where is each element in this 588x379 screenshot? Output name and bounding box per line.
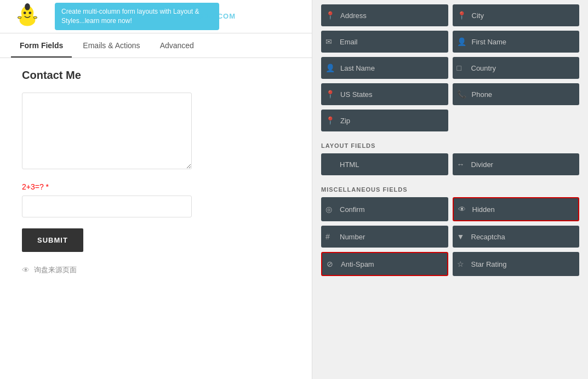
field-label: Number [340, 233, 365, 241]
tab-emails-actions[interactable]: Emails & Actions [74, 33, 149, 58]
message-textarea[interactable] [22, 93, 192, 169]
captcha-label: 2+3=? * [22, 182, 290, 191]
misc-btn-hidden[interactable]: 👁Hidden [453, 197, 580, 221]
field-icon: ☆ [457, 260, 466, 268]
layout-fields-grid: HTML↔Divider [321, 153, 579, 175]
field-icon: ▼ [457, 232, 466, 241]
field-btn-city[interactable]: 📍City [453, 4, 580, 26]
field-label: Phone [472, 90, 493, 99]
banner-tooltip: Create multi-column form layouts with La… [55, 3, 219, 30]
tabs-bar: Form Fields Emails & Actions Advanced [0, 33, 312, 58]
field-btn-zip[interactable]: 📍Zip [321, 110, 448, 131]
field-icon: 👤 [457, 37, 466, 46]
field-icon: ⊘ [327, 260, 335, 268]
field-btn-first-name[interactable]: 👤First Name [453, 31, 580, 53]
field-label: Email [340, 38, 358, 46]
field-label: First Name [472, 38, 507, 46]
field-label: US States [340, 90, 373, 99]
source-row: 👁 询盘来源页面 [22, 265, 290, 275]
header-bar: Create multi-column form layouts with La… [0, 0, 312, 33]
field-icon: 📞 [457, 90, 466, 99]
form-content: Contact Me 2+3=? * SUBMIT 👁 询盘来源页面 [0, 58, 312, 379]
svg-point-3 [28, 12, 31, 14]
field-label: Hidden [472, 205, 495, 214]
misc-btn-star-rating[interactable]: ☆Star Rating [453, 252, 580, 276]
field-icon: ✉ [326, 37, 334, 46]
svg-rect-6 [33, 16, 37, 19]
field-btn-email[interactable]: ✉Email [321, 31, 448, 53]
field-btn-address[interactable]: 📍Address [321, 4, 448, 26]
watermark-text: LOYSEO.COM [182, 12, 236, 21]
field-label: City [472, 12, 484, 20]
tab-form-fields[interactable]: Form Fields [11, 33, 72, 58]
misc-btn-recaptcha[interactable]: ▼Recaptcha [453, 226, 580, 248]
misc-btn-anti-spam[interactable]: ⊘Anti-Spam [321, 252, 448, 276]
field-label: HTML [340, 160, 359, 169]
required-marker: * [46, 182, 49, 191]
field-icon: 📍 [326, 11, 335, 20]
field-label: Confirm [340, 205, 365, 214]
field-icon: 👤 [326, 64, 335, 72]
misc-btn-number[interactable]: #Number [321, 226, 448, 248]
logo-icon [14, 3, 41, 30]
submit-button[interactable]: SUBMIT [22, 228, 83, 252]
field-icon: 📍 [457, 11, 466, 20]
right-panel: 📍Address📍City✉Email👤First Name👤Last Name… [312, 0, 588, 379]
form-title: Contact Me [22, 69, 290, 82]
misc-btn-confirm[interactable]: ◎Confirm [321, 197, 448, 221]
left-panel: Create multi-column form layouts with La… [0, 0, 312, 379]
field-btn-last-name[interactable]: 👤Last Name [321, 57, 448, 79]
field-icon: □ [457, 64, 466, 72]
field-icon: ↔ [457, 160, 466, 169]
tab-advanced[interactable]: Advanced [151, 33, 203, 58]
banner-text: Create multi-column form layouts with La… [61, 8, 199, 25]
field-label: Last Name [340, 64, 375, 72]
field-icon: ◎ [326, 205, 334, 214]
layout-btn-divider[interactable]: ↔Divider [453, 153, 580, 175]
standard-fields-section: 📍Address📍City✉Email👤First Name👤Last Name… [321, 0, 579, 276]
logo-area [5, 0, 49, 33]
svg-point-2 [24, 12, 26, 14]
eye-icon: 👁 [22, 266, 30, 274]
field-label: Recaptcha [471, 233, 505, 241]
svg-rect-5 [18, 16, 21, 19]
field-label: Country [471, 64, 496, 72]
field-label: Address [340, 12, 367, 20]
field-icon: 📍 [326, 90, 335, 99]
field-label: Anti-Spam [341, 260, 374, 268]
field-btn-us-states[interactable]: 📍US States [321, 83, 448, 105]
field-label: Star Rating [471, 260, 507, 268]
standard-fields-grid: 📍Address📍City✉Email👤First Name👤Last Name… [321, 4, 579, 131]
misc-fields-grid: ◎Confirm👁Hidden#Number▼Recaptcha⊘Anti-Sp… [321, 197, 579, 276]
field-icon: 👁 [458, 205, 467, 214]
layout-section-label: LAYOUT FIELDS [321, 136, 579, 153]
field-label: Zip [340, 117, 350, 125]
field-label: Divider [471, 160, 493, 169]
svg-point-4 [25, 3, 30, 10]
source-text: 询盘来源页面 [34, 265, 77, 275]
field-icon: # [326, 232, 334, 241]
field-btn-country[interactable]: □Country [453, 57, 580, 79]
captcha-input[interactable] [22, 196, 192, 217]
layout-btn-html[interactable]: HTML [321, 153, 448, 175]
field-btn-phone[interactable]: 📞Phone [453, 83, 580, 105]
field-icon: 📍 [326, 116, 335, 125]
misc-section-label: MISCELLANEOUS FIELDS [321, 180, 579, 197]
